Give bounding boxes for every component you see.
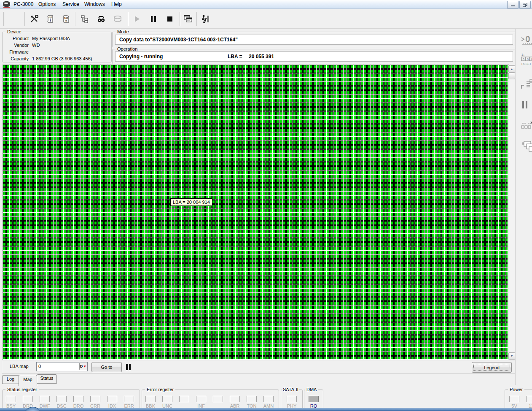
mode-text: Copy data to"ST2000VM003-1CT164 003-1CT1… xyxy=(119,37,238,43)
status-register-group: Status register BSY DRD DWF DSC DRQ CRR … xyxy=(2,389,140,409)
product-value: My Passport 083A xyxy=(32,36,70,41)
tab-status[interactable]: Status xyxy=(37,374,57,384)
toolbar-separator xyxy=(196,12,197,26)
minimize-button[interactable] xyxy=(507,1,519,9)
amn-led xyxy=(263,396,274,402)
menu-bar: PC-3000 Options Service Windows Help xyxy=(0,0,532,9)
operation-lba-label: LBA = xyxy=(228,54,242,59)
device-info-icon[interactable]: 0101i xyxy=(44,13,56,25)
restore-button[interactable] xyxy=(519,1,531,9)
dsc-led xyxy=(56,396,67,402)
svg-text:RESET: RESET xyxy=(521,62,532,65)
rq-led xyxy=(309,396,319,402)
svg-text:0: 0 xyxy=(523,58,524,61)
legend-button-label: Legend xyxy=(484,365,500,370)
svg-text:0: 0 xyxy=(527,58,529,61)
tab-log[interactable]: Log xyxy=(2,375,19,384)
12v-led xyxy=(526,396,532,402)
toolbar-separator xyxy=(3,12,4,26)
svg-text:i: i xyxy=(50,18,51,22)
scroll-down-button[interactable]: ▼ xyxy=(508,352,515,360)
lba-map-grid[interactable] xyxy=(3,65,509,360)
svg-text:0: 0 xyxy=(526,35,530,43)
tree-structure-icon[interactable] xyxy=(78,13,91,25)
capacity-value: 1 862.99 GB (3 906 963 456) xyxy=(32,56,92,61)
right-tool-strip: 0 1↓000RESET xyxy=(515,29,532,385)
operation-lba-value: 20 055 391 xyxy=(249,54,274,59)
operation-group: Operation Copying - running LBA = 20 055… xyxy=(112,49,516,64)
dma-group: DMA RQ xyxy=(304,389,323,409)
drd-led xyxy=(23,396,33,402)
lba-input-value: 0 xyxy=(38,364,41,369)
error-register-legend: Error register xyxy=(145,387,175,392)
dma-legend: DMA xyxy=(305,387,318,392)
status-register-legend: Status register xyxy=(5,387,39,392)
toolbar-separator xyxy=(24,12,25,26)
device-group-legend: Device xyxy=(5,29,23,34)
power-legend: Power xyxy=(508,387,524,392)
lba-tooltip: LBA = 20 004 914 xyxy=(170,198,212,206)
dropdown-arrow-icon: ▼ xyxy=(83,365,86,368)
start-icon[interactable] xyxy=(131,13,143,25)
stop-icon[interactable] xyxy=(164,13,176,25)
dropdown-d-glyph: D xyxy=(80,364,83,368)
connector-icon[interactable] xyxy=(521,78,532,91)
reset-icon[interactable]: 1↓000RESET xyxy=(521,52,532,66)
legend-button[interactable]: Legend xyxy=(472,362,512,373)
windows-taskbar-edge xyxy=(0,408,532,411)
svg-text:%: % xyxy=(65,19,67,22)
phy-led xyxy=(287,396,297,402)
error-register-group: Error register BBK UNC INF ABR TON AMN xyxy=(142,389,279,409)
lba-map-label: LBA map xyxy=(10,364,29,369)
operation-status: Copying - running xyxy=(119,54,163,59)
lba-input[interactable]: 0 D▼ xyxy=(36,362,88,371)
mode-group-legend: Mode xyxy=(116,29,131,34)
exit-man-icon[interactable] xyxy=(199,13,212,25)
menu-service[interactable]: Service xyxy=(60,0,82,8)
map-vertical-scrollbar[interactable]: ▲ ▼ xyxy=(508,65,516,360)
app-icon xyxy=(3,1,10,7)
product-label: Product xyxy=(3,36,29,41)
vendor-value: WD xyxy=(32,43,40,48)
vendor-label: Vendor xyxy=(3,43,29,48)
goto-button-label: Go to xyxy=(101,365,113,370)
toolbar-separator xyxy=(180,12,180,26)
firmware-label: Firmware xyxy=(3,49,29,54)
pc3000-window: PC-3000 Options Service Windows Help 010… xyxy=(0,0,532,411)
scroll-thumb[interactable] xyxy=(508,73,515,79)
menu-pc3000[interactable]: PC-3000 xyxy=(11,0,36,8)
tab-map[interactable]: Map xyxy=(19,375,37,386)
export-database-icon[interactable] xyxy=(112,13,124,25)
operation-bar: Copying - running LBA = 20 055 391 xyxy=(115,51,513,62)
toolbar-separator xyxy=(75,12,76,26)
breakpoint-icon[interactable] xyxy=(521,120,532,133)
scroll-up-button[interactable]: ▲ xyxy=(508,65,515,73)
toolbar-separator xyxy=(128,12,129,26)
dwf-led xyxy=(40,396,50,402)
lba-map-bar: LBA map 0 D▼ Go to Legend xyxy=(2,360,516,374)
menu-help[interactable]: Help xyxy=(109,0,124,8)
goto-button[interactable]: Go to xyxy=(91,362,122,372)
lba-dropdown-button[interactable]: D▼ xyxy=(79,363,87,370)
bbk-led xyxy=(145,396,156,402)
chips-icon[interactable] xyxy=(521,140,532,153)
menu-options[interactable]: Options xyxy=(36,0,58,8)
sata-legend: SATA-II xyxy=(282,387,299,392)
abr-led xyxy=(230,396,240,402)
blank-led xyxy=(179,396,189,402)
bsy-led xyxy=(6,396,16,402)
pause-icon[interactable] xyxy=(147,13,160,25)
tools-icon[interactable] xyxy=(28,13,40,25)
err-led xyxy=(124,396,134,402)
lba-map-cells xyxy=(3,65,508,359)
crr-led xyxy=(90,396,100,402)
menu-windows[interactable]: Windows xyxy=(82,0,107,8)
operation-group-legend: Operation xyxy=(116,46,139,51)
inf-led xyxy=(196,396,206,402)
drq-led xyxy=(73,396,83,402)
search-binoculars-icon[interactable] xyxy=(95,13,107,25)
oscilloscope-icon[interactable]: 0 xyxy=(521,33,532,47)
pause-strip-icon[interactable] xyxy=(521,100,532,114)
cascade-windows-icon[interactable] xyxy=(182,13,194,25)
document-100-icon[interactable]: 100% xyxy=(60,13,73,25)
